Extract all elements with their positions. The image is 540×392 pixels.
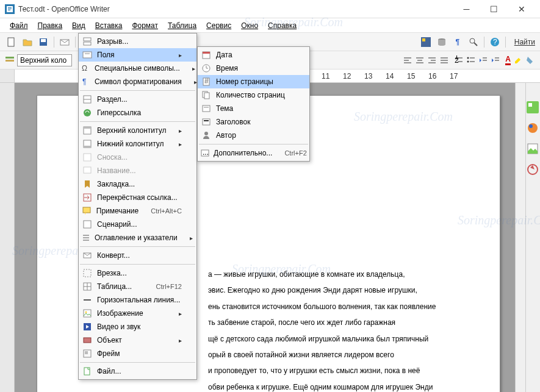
svg-rect-86 [85, 351, 88, 354]
menu-view[interactable]: Вид [67, 20, 90, 31]
insert-item-caption: Название... [79, 164, 196, 177]
menu-help[interactable]: Справка [263, 20, 301, 31]
align-left-icon[interactable] [403, 55, 412, 65]
find-label[interactable]: Найти [514, 38, 535, 46]
number-list-icon[interactable]: 12 [454, 55, 464, 65]
bullet-list-icon[interactable] [466, 55, 476, 65]
insert-item-media[interactable]: Видео и звук [79, 320, 196, 333]
zoom-icon[interactable] [467, 35, 480, 49]
float-icon [81, 349, 93, 358]
fields-label: Тема [216, 104, 295, 113]
style-combo[interactable]: Верхний коло [17, 54, 72, 66]
hr-icon [81, 295, 93, 305]
caption-icon [81, 166, 93, 176]
svg-text:¶: ¶ [82, 77, 86, 86]
menu-file[interactable]: Файл [5, 20, 33, 31]
insert-label: Конверт... [97, 251, 182, 260]
nonprint-icon[interactable]: ¶ [451, 35, 464, 49]
fields-item-pagecount[interactable]: Количество страниц [198, 88, 309, 102]
insert-label: Символ форматирования [95, 77, 182, 86]
align-justify-icon[interactable] [439, 55, 449, 65]
fields-item-title[interactable]: Заголовок [198, 115, 309, 129]
insert-item-file[interactable]: Файл... [79, 365, 196, 378]
fields-item-author[interactable]: Автор [198, 129, 309, 142]
svg-rect-89 [203, 52, 210, 54]
vertical-ruler[interactable] [0, 83, 15, 392]
menu-table[interactable]: Таблица [163, 20, 201, 31]
gallery-panel-icon[interactable] [527, 143, 540, 156]
window-title: Тест.odt - OpenOffice Writer [18, 5, 453, 13]
maximize-button[interactable]: ☐ [480, 0, 508, 18]
insert-item-object[interactable]: Объект▸ [79, 333, 196, 347]
vertical-scrollbar[interactable] [515, 83, 525, 392]
insert-item-script[interactable]: Сценарий... [79, 218, 196, 231]
insert-label: Поля [97, 51, 167, 59]
new-doc-icon[interactable] [5, 35, 18, 49]
insert-item-section[interactable]: Раздел... [79, 93, 196, 106]
link-icon [81, 108, 93, 118]
insert-item-comment[interactable]: ПримечаниеCtrl+Alt+C [79, 204, 196, 218]
insert-item-frame[interactable]: Врезка... [79, 266, 196, 280]
close-button[interactable]: ✕ [508, 0, 535, 18]
open-icon[interactable] [21, 35, 34, 49]
bg-color-icon[interactable] [525, 55, 535, 65]
insert-item-toc[interactable]: Оглавление и указатели▸ [79, 231, 196, 244]
insert-item-image[interactable]: Изображение▸ [79, 307, 196, 320]
fields-item-pagenum[interactable]: #Номер страницы [198, 75, 309, 88]
align-center-icon[interactable] [415, 55, 425, 65]
highlight-icon[interactable] [513, 55, 523, 65]
insert-label: Файл... [97, 367, 182, 376]
fields-label: Заголовок [216, 118, 295, 126]
datasource-icon[interactable] [435, 35, 448, 49]
fields-item-time[interactable]: Время [198, 62, 309, 75]
svg-rect-99 [203, 119, 210, 125]
insert-item-break[interactable]: Разрыв... [79, 35, 196, 48]
insert-item-fields[interactable]: Поля▸ [79, 48, 196, 62]
outdent-icon[interactable] [478, 55, 488, 65]
svg-rect-23 [5, 60, 14, 62]
align-right-icon[interactable] [427, 55, 437, 65]
styles-panel-icon[interactable] [527, 122, 540, 135]
menubar: Файл Правка Вид Вставка Формат Таблица С… [0, 18, 540, 33]
fields-item-subject[interactable]: Тема [198, 102, 309, 115]
insert-label: Верхний колонтитул [97, 126, 167, 135]
svg-text:...: ... [203, 148, 209, 157]
insert-item-float[interactable]: Фрейм [79, 347, 196, 360]
insert-dropdown: Разрыв...Поля▸ΩСпециальные символы...▸¶С… [78, 33, 197, 380]
insert-label: Видео и звук [97, 323, 182, 331]
font-color-icon[interactable]: A [505, 55, 511, 65]
insert-item-table[interactable]: Таблица...Ctrl+F12 [79, 280, 196, 293]
insert-item-footer[interactable]: Нижний колонтитул▸ [79, 137, 196, 151]
insert-item-fmt[interactable]: ¶Символ форматирования▸ [79, 75, 196, 88]
insert-item-bookmark[interactable]: Закладка... [79, 177, 196, 191]
menu-edit[interactable]: Правка [33, 20, 68, 31]
fields-item-more[interactable]: ...Дополнительно...Ctrl+F2 [198, 146, 309, 160]
menu-format[interactable]: Формат [127, 20, 163, 31]
time-icon [200, 63, 212, 73]
insert-item-xref[interactable]: Перекрёстная ссылка... [79, 191, 196, 204]
menu-window[interactable]: Окно [236, 20, 263, 31]
save-icon[interactable] [37, 35, 50, 49]
navigator-panel-icon[interactable] [527, 163, 540, 177]
header-icon [81, 126, 93, 135]
insert-item-special[interactable]: ΩСпециальные символы...▸ [79, 62, 196, 75]
svg-rect-64 [84, 127, 91, 129]
help-icon[interactable]: ? [488, 35, 502, 49]
fields-item-date[interactable]: Дата [198, 48, 309, 62]
menu-insert[interactable]: Вставка [90, 20, 128, 31]
gallery-icon[interactable] [419, 35, 433, 49]
mail-icon[interactable] [58, 35, 71, 49]
menu-tools[interactable]: Сервис [201, 20, 236, 31]
svg-text:Ω: Ω [82, 64, 87, 73]
svg-rect-54 [84, 38, 91, 41]
break-icon [81, 37, 93, 46]
insert-item-env[interactable]: Конверт... [79, 249, 196, 262]
properties-panel-icon[interactable] [527, 101, 540, 115]
styles-icon[interactable] [5, 55, 15, 65]
minimize-button[interactable]: ─ [453, 0, 480, 18]
indent-icon[interactable] [491, 55, 500, 65]
insert-item-hr[interactable]: Горизонтальная линия... [79, 293, 196, 307]
svg-point-101 [204, 132, 208, 135]
insert-item-link[interactable]: Гиперссылка [79, 106, 196, 119]
insert-item-header[interactable]: Верхний колонтитул▸ [79, 124, 196, 137]
